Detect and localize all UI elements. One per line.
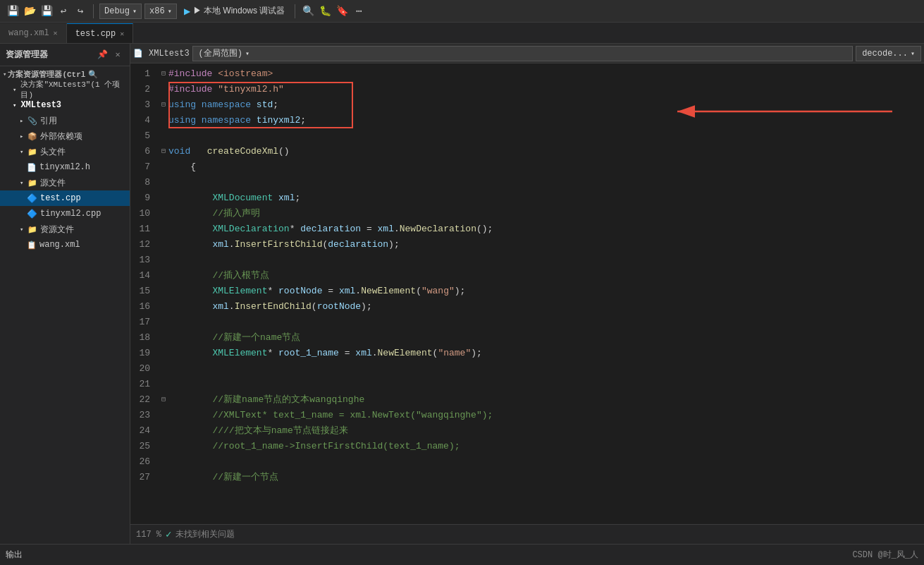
fold-1[interactable]: ⊟ — [159, 66, 168, 82]
resources-label: 资源文件 — [40, 224, 74, 236]
line-num-4: 4 — [130, 113, 159, 128]
code-line-26: 26 — [130, 454, 924, 470]
arch-dropdown[interactable]: x86 — [144, 4, 177, 19]
line-num-24: 24 — [130, 423, 159, 439]
sidebar-item-sources[interactable]: ▾ 📁 源文件 — [0, 175, 130, 190]
code-line-22: 22 ⊟ //新建name节点的文本wangqinghe — [130, 392, 924, 408]
tinyxml2h-label: tinyxml2.h — [39, 162, 90, 172]
fold-6[interactable]: ⊟ — [159, 144, 168, 159]
line-num-14: 14 — [130, 268, 159, 284]
line-num-12: 12 — [130, 237, 159, 253]
tab-wang-xml-label: wang.xml — [8, 28, 49, 38]
line-num-25: 25 — [130, 439, 159, 454]
sidebar-item-resources[interactable]: ▾ 📁 资源文件 — [0, 221, 130, 237]
sidebar-pin-icon[interactable]: 📌 — [96, 49, 109, 61]
more-icon[interactable]: ⋯ — [352, 4, 366, 18]
dropdown-bar: 📄 XMLtest3 (全局范围) decode... — [130, 44, 924, 63]
headers-icon: 📁 — [27, 147, 37, 157]
tab-wang-xml-close[interactable]: ✕ — [54, 29, 58, 37]
sidebar-item-wang-xml[interactable]: 📋 wang.xml — [0, 237, 130, 253]
tab-wang-xml[interactable]: wang.xml ✕ — [0, 23, 67, 43]
code-line-10: 10 //插入声明 — [130, 206, 924, 221]
solution-explorer-label: 方案资源管理器(Ctrl — [8, 69, 85, 80]
line-num-10: 10 — [130, 206, 159, 221]
line-num-5: 5 — [130, 128, 159, 144]
run-button[interactable]: ▶ ▶ 本地 Windows 调试器 — [180, 4, 290, 18]
line-num-13: 13 — [130, 253, 159, 268]
code-area: 📄 XMLtest3 (全局范围) decode... — [130, 44, 924, 544]
search-icon[interactable]: 🔍 — [301, 4, 315, 18]
sidebar-item-tinyxml2h[interactable]: 📄 tinyxml2.h — [0, 159, 130, 175]
debug-tools-icon[interactable]: 🐛 — [318, 4, 332, 18]
line-content-25: //root_1_name->InsertFirstChild(text_1_n… — [168, 439, 924, 454]
project-breadcrumb: XMLtest3 — [149, 49, 190, 59]
main-layout: 资源管理器 📌 ✕ ▾ 方案资源管理器(Ctrl 🔍 ▾ 决方案"XMLtest… — [0, 44, 924, 544]
solution-node[interactable]: ▾ 决方案"XMLtest3"(1 个项目) — [0, 82, 130, 97]
sources-label: 源文件 — [40, 177, 66, 189]
wang-xml-icon: 📋 — [27, 241, 37, 250]
code-editor[interactable]: 1 ⊟ #include <iostream> 2 #include "tiny… — [130, 63, 924, 524]
sidebar-item-refs[interactable]: ▸ 📎 引用 — [0, 113, 130, 128]
code-line-9: 9 XMLDocument xml; — [130, 190, 924, 206]
code-line-14: 14 //插入根节点 — [130, 268, 924, 284]
tab-test-cpp[interactable]: test.cpp ✕ — [67, 23, 134, 43]
code-line-23: 23 //XMLText* text_1_name = xml.NewText(… — [130, 408, 924, 423]
line-content-7: { — [168, 159, 924, 175]
code-line-12: 12 xml.InsertFirstChild(declaration); — [130, 237, 924, 253]
code-line-3: 3 ⊟ using namespace std; — [130, 97, 924, 113]
line-num-9: 9 — [130, 190, 159, 206]
code-line-13: 13 — [130, 253, 924, 268]
bookmark-icon[interactable]: 🔖 — [335, 4, 349, 18]
save-all-icon[interactable]: 💾 — [39, 4, 54, 18]
sidebar-item-test-cpp[interactable]: 🔷 test.cpp — [0, 190, 130, 206]
line-content-16: xml.InsertEndChild(rootNode); — [168, 299, 924, 315]
line-num-16: 16 — [130, 299, 159, 315]
scope-dropdown[interactable]: (全局范围) — [192, 46, 854, 61]
output-label: 输出 — [6, 549, 23, 561]
tabs-bar: wang.xml ✕ test.cpp ✕ — [0, 23, 924, 44]
line-content-15: XMLElement* rootNode = xml.NewElement("w… — [168, 284, 924, 299]
line-num-19: 19 — [130, 346, 159, 361]
save-icon[interactable]: 💾 — [6, 4, 20, 18]
line-content-24: ////把文本与name节点链接起来 — [168, 423, 924, 439]
sidebar-item-external-deps[interactable]: ▸ 📦 外部依赖项 — [0, 128, 130, 144]
symbol-dropdown[interactable]: decode... — [856, 46, 921, 61]
status-text: 未找到相关问题 — [175, 528, 235, 540]
code-line-1: 1 ⊟ #include <iostream> — [130, 66, 924, 82]
sidebar-title: 资源管理器 — [6, 49, 93, 61]
toolbar: 💾 📂 💾 ↩ ↪ Debug x86 ▶ ▶ 本地 Windows 调试器 🔍… — [0, 0, 924, 23]
sidebar-item-tinyxml2-cpp[interactable]: 🔷 tinyxml2.cpp — [0, 206, 130, 221]
search-icon-sidebar[interactable]: 🔍 — [88, 70, 98, 79]
solution-label: 决方案"XMLtest3"(1 个项目) — [20, 79, 130, 100]
sidebar: 资源管理器 📌 ✕ ▾ 方案资源管理器(Ctrl 🔍 ▾ 决方案"XMLtest… — [0, 44, 130, 544]
line-content-1: #include <iostream> — [168, 66, 924, 82]
open-icon[interactable]: 📂 — [23, 4, 37, 18]
sidebar-close-icon[interactable]: ✕ — [111, 49, 124, 61]
code-line-17: 17 — [130, 315, 924, 330]
tinyxml2-cpp-label: tinyxml2.cpp — [40, 209, 101, 219]
undo-icon[interactable]: ↩ — [56, 4, 70, 18]
line-num-3: 3 — [130, 97, 159, 113]
code-line-19: 19 XMLElement* root_1_name = xml.NewElem… — [130, 346, 924, 361]
code-line-5: 5 — [130, 128, 924, 144]
sidebar-content: ▾ 方案资源管理器(Ctrl 🔍 ▾ 决方案"XMLtest3"(1 个项目) … — [0, 66, 130, 544]
line-content-2: #include "tinyxml2.h" — [168, 82, 924, 97]
zoom-level: 117 % — [136, 530, 161, 540]
code-line-2: 2 #include "tinyxml2.h" — [130, 82, 924, 97]
sidebar-item-headers[interactable]: ▾ 📁 头文件 — [0, 144, 130, 159]
sidebar-header: 资源管理器 📌 ✕ — [0, 44, 130, 66]
redo-icon[interactable]: ↪ — [73, 4, 87, 18]
line-content-18: //新建一个name节点 — [168, 330, 924, 346]
code-line-25: 25 //root_1_name->InsertFirstChild(text_… — [130, 439, 924, 454]
tinyxml2h-icon: 📄 — [27, 163, 37, 172]
code-line-18: 18 //新建一个name节点 — [130, 330, 924, 346]
line-num-22: 22 — [130, 392, 159, 408]
test-cpp-icon: 🔷 — [27, 193, 37, 204]
debug-dropdown[interactable]: Debug — [99, 4, 142, 19]
separator-1 — [93, 4, 94, 18]
separator-2 — [295, 4, 295, 18]
tab-test-cpp-close[interactable]: ✕ — [120, 30, 124, 38]
fold-22[interactable]: ⊟ — [159, 392, 168, 408]
fold-3[interactable]: ⊟ — [159, 97, 168, 113]
headers-label: 头文件 — [40, 146, 66, 158]
